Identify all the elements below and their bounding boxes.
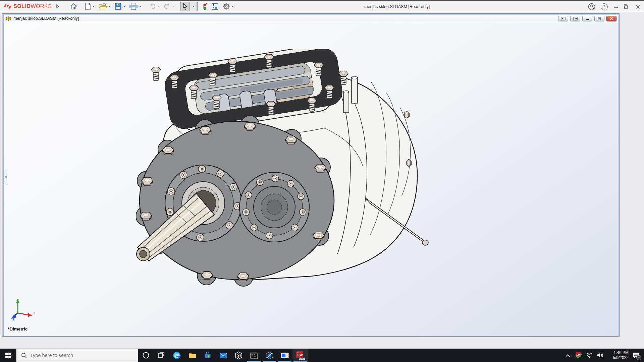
sw-year-text: 2021 [299,357,305,360]
close-button[interactable] [635,4,641,9]
new-document-dropdown[interactable] [92,6,95,7]
toggle-right-pane-button[interactable] [570,16,580,21]
action-center-button[interactable]: 1 [631,349,642,362]
toggle-left-pane-button[interactable] [558,16,568,21]
doc-close-button[interactable] [606,16,616,21]
taskbar-solidworks-button[interactable]: SW 2021 [292,349,308,362]
help-glyph: ? [603,4,606,9]
tray-solidworks-icon[interactable]: SW [574,349,583,362]
menu-flyout-arrow[interactable] [56,4,59,8]
open-dropdown[interactable] [108,6,111,7]
solidworks-logo-icon [3,3,12,10]
document-window: menjac sklop.SLDASM [Read-only] [2,13,620,337]
search-input[interactable] [30,353,114,358]
feature-manager-collapsed-tab[interactable] [4,169,8,185]
select-tool-button[interactable] [180,2,198,11]
document-window-buttons [558,16,616,21]
windows-taskbar: C:\ SW 2021 SW 1:46 PM 5/9/2022 [0,349,644,362]
graphics-viewport[interactable]: Y X Z *Dimetric [3,22,618,337]
rebuild-button[interactable] [202,2,209,11]
restore-button[interactable] [624,4,630,9]
triad-x-label: X [33,311,36,315]
print-dropdown[interactable] [139,6,142,7]
save-button[interactable] [113,2,127,11]
tray-chevron-icon[interactable] [564,349,572,362]
command-prompt-icon: C:\ [250,351,258,360]
property-form-button[interactable] [210,2,220,11]
open-button[interactable] [97,2,112,11]
minimize-button[interactable] [613,4,619,9]
quick-access-toolbar [68,2,235,11]
gearbox-3d-model [136,49,438,300]
taskbar-3d-viewer-button[interactable] [231,349,246,362]
app-title: menjac sklop.SLDASM [Read-only] [364,1,430,13]
sw-logo-text: SW [297,353,303,357]
hexagon-app-icon [265,351,274,360]
orientation-triad: Y X Z [10,298,38,322]
app-window-controls: ? [588,1,641,13]
document-title: menjac sklop.SLDASM [Read-only] [13,16,79,21]
doc-minimize-button[interactable] [582,16,592,21]
3d-viewer-icon [234,351,243,360]
taskbar-file-explorer-button[interactable] [184,349,200,362]
redo-button[interactable] [162,2,176,11]
panel-expand-handle [5,176,7,178]
mail-icon [219,351,227,360]
doc-restore-button[interactable] [594,16,604,21]
taskbar-store-button[interactable] [200,349,215,362]
options-gear-button[interactable] [221,2,235,11]
start-button[interactable] [0,349,16,362]
store-icon [204,351,212,359]
search-icon [21,353,27,358]
taskbar-cortana-button[interactable] [138,349,154,362]
system-tray: SW 1:46 PM 5/9/2022 1 [564,349,644,362]
taskbar-command-prompt-button[interactable]: C:\ [246,349,262,362]
brand-name-bold: SOLID [13,3,31,9]
taskbar-clock[interactable]: 1:46 PM 5/9/2022 [606,350,629,360]
cortana-icon [142,352,150,359]
taskbar-media-app-button[interactable] [277,349,292,362]
options-dropdown[interactable] [231,6,234,7]
view-orientation-label: *Dimetric [8,326,28,331]
brand-name: SOLIDWORKS [13,3,52,9]
document-titlebar[interactable]: menjac sklop.SLDASM [Read-only] [3,15,618,22]
home-button[interactable] [68,2,79,11]
clock-time: 1:46 PM [606,350,629,355]
app-titlebar: SOLIDWORKS [0,0,644,12]
new-document-button[interactable] [83,2,96,11]
file-explorer-icon [188,351,197,360]
cmd-prompt-text: C:\ [251,354,255,357]
taskbar-search[interactable] [16,349,138,362]
tray-volume-icon[interactable] [596,349,604,362]
account-icon[interactable] [588,3,595,10]
undo-button[interactable] [147,2,161,11]
solidworks-taskbar-icon: SW 2021 [295,351,305,360]
solidworks-brand: SOLIDWORKS [3,3,52,10]
taskbar-task-view-button[interactable] [154,349,169,362]
triad-y-label: Y [17,298,19,302]
task-view-icon [158,352,165,359]
edge-icon [173,351,181,360]
taskbar-edge-button[interactable] [169,349,184,362]
print-button[interactable] [128,2,143,11]
taskbar-mail-button[interactable] [215,349,231,362]
notification-count-badge: 1 [636,355,641,360]
help-icon[interactable]: ? [601,3,608,10]
triad-z-label: Z [12,318,14,322]
taskbar-hexagon-app-button[interactable] [262,349,277,362]
undo-dropdown[interactable] [157,6,160,7]
tray-wifi-icon[interactable] [585,349,594,362]
clock-date: 5/9/2022 [606,355,629,360]
redo-dropdown[interactable] [172,6,175,7]
media-app-icon [280,351,289,360]
save-dropdown[interactable] [123,6,126,7]
brand-name-light: WORKS [31,3,52,9]
assembly-document-icon [6,16,11,21]
select-tool-dropdown[interactable] [190,2,196,11]
